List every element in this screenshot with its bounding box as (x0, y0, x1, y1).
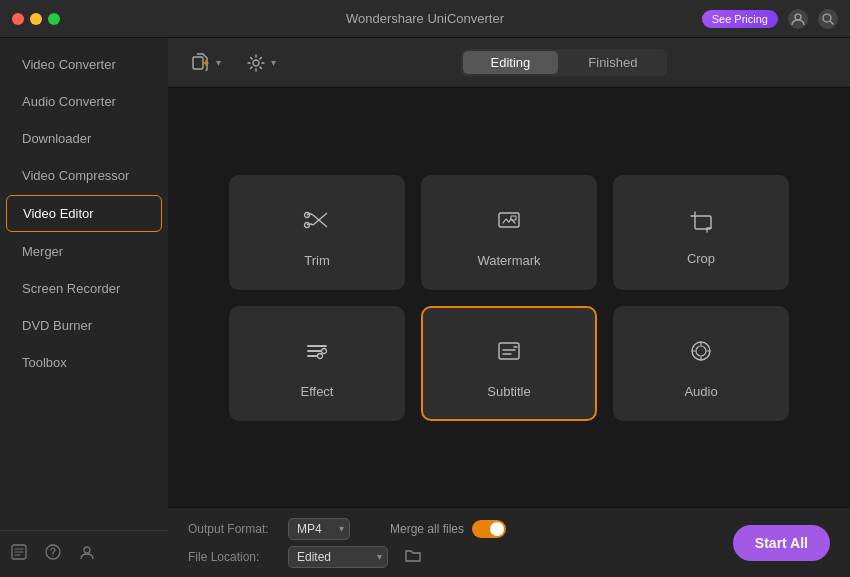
file-location-row: File Location: Edited Desktop Downloads (188, 546, 733, 568)
trim-card[interactable]: Trim (229, 175, 405, 290)
file-location-select-wrapper: Edited Desktop Downloads (288, 546, 388, 568)
svg-point-14 (318, 353, 323, 358)
add-files-button[interactable]: ▾ (184, 48, 227, 78)
sidebar-item-video-converter[interactable]: Video Converter (6, 47, 162, 82)
effect-card[interactable]: Effect (229, 306, 405, 421)
tab-editing[interactable]: Editing (463, 51, 559, 74)
file-location-select[interactable]: Edited Desktop Downloads (288, 546, 388, 568)
output-format-label: Output Format: (188, 522, 278, 536)
sidebar-item-audio-converter[interactable]: Audio Converter (6, 84, 162, 119)
editor-drop-zone: Trim Watermark (168, 88, 850, 507)
svg-rect-15 (499, 343, 519, 359)
book-icon[interactable] (10, 543, 28, 565)
close-button[interactable] (12, 13, 24, 25)
help-icon[interactable] (44, 543, 62, 565)
trim-icon (302, 205, 332, 239)
main-layout: Video Converter Audio Converter Download… (0, 38, 850, 577)
output-format-select[interactable]: MP4 MOV AVI MKV (288, 518, 350, 540)
crop-label: Crop (687, 251, 715, 266)
merge-toggle[interactable] (472, 520, 506, 538)
watermark-label: Watermark (477, 253, 540, 268)
trim-label: Trim (304, 253, 330, 268)
merge-toggle-group: Merge all files (390, 520, 506, 538)
output-format-row: Output Format: MP4 MOV AVI MKV Merge all… (188, 518, 733, 540)
sidebar-item-toolbox[interactable]: Toolbox (6, 345, 162, 380)
svg-rect-6 (193, 57, 203, 69)
svg-point-4 (52, 555, 53, 556)
search-icon[interactable] (818, 9, 838, 29)
effect-label: Effect (300, 384, 333, 399)
sidebar-item-screen-recorder[interactable]: Screen Recorder (6, 271, 162, 306)
svg-point-0 (795, 14, 801, 20)
app-title: Wondershare UniConverter (346, 11, 504, 26)
settings-chevron: ▾ (271, 57, 276, 68)
merge-label: Merge all files (390, 522, 464, 536)
sidebar-item-dvd-burner[interactable]: DVD Burner (6, 308, 162, 343)
sidebar-item-video-compressor[interactable]: Video Compressor (6, 158, 162, 193)
audio-label: Audio (684, 384, 717, 399)
svg-point-7 (253, 60, 259, 66)
tab-group: Editing Finished (461, 49, 668, 76)
effect-icon (302, 336, 332, 370)
folder-icon[interactable] (404, 546, 422, 568)
subtitle-label: Subtitle (487, 384, 530, 399)
crop-icon (686, 207, 716, 237)
watermark-icon (494, 205, 524, 239)
sidebar-bottom (0, 530, 168, 577)
output-format-select-wrapper: MP4 MOV AVI MKV (288, 518, 350, 540)
audio-icon (686, 336, 716, 370)
svg-point-5 (84, 547, 90, 553)
crop-card[interactable]: Crop (613, 175, 789, 290)
sidebar: Video Converter Audio Converter Download… (0, 38, 168, 577)
see-pricing-button[interactable]: See Pricing (702, 10, 778, 28)
footer-settings: Output Format: MP4 MOV AVI MKV Merge all… (188, 518, 733, 568)
titlebar: Wondershare UniConverter See Pricing (0, 0, 850, 38)
watermark-card[interactable]: Watermark (421, 175, 597, 290)
titlebar-actions: See Pricing (702, 9, 838, 29)
toggle-thumb (490, 522, 504, 536)
svg-point-17 (696, 346, 706, 356)
settings-button[interactable]: ▾ (239, 48, 282, 78)
svg-point-13 (322, 348, 327, 353)
maximize-button[interactable] (48, 13, 60, 25)
sidebar-item-downloader[interactable]: Downloader (6, 121, 162, 156)
sidebar-item-video-editor[interactable]: Video Editor (6, 195, 162, 232)
file-location-label: File Location: (188, 550, 278, 564)
edit-tools-grid: Trim Watermark (199, 145, 819, 451)
subtitle-card[interactable]: Subtitle (421, 306, 597, 421)
toolbar: ▾ ▾ Editing Finished (168, 38, 850, 88)
footer: Output Format: MP4 MOV AVI MKV Merge all… (168, 507, 850, 577)
start-all-button[interactable]: Start All (733, 525, 830, 561)
content-area: ▾ ▾ Editing Finished (168, 38, 850, 577)
minimize-button[interactable] (30, 13, 42, 25)
subtitle-icon (494, 336, 524, 370)
window-controls (12, 13, 60, 25)
svg-rect-12 (695, 216, 711, 229)
user-icon[interactable] (788, 9, 808, 29)
account-icon[interactable] (78, 543, 96, 565)
add-files-chevron: ▾ (216, 57, 221, 68)
tab-finished[interactable]: Finished (560, 51, 665, 74)
audio-card[interactable]: Audio (613, 306, 789, 421)
sidebar-item-merger[interactable]: Merger (6, 234, 162, 269)
